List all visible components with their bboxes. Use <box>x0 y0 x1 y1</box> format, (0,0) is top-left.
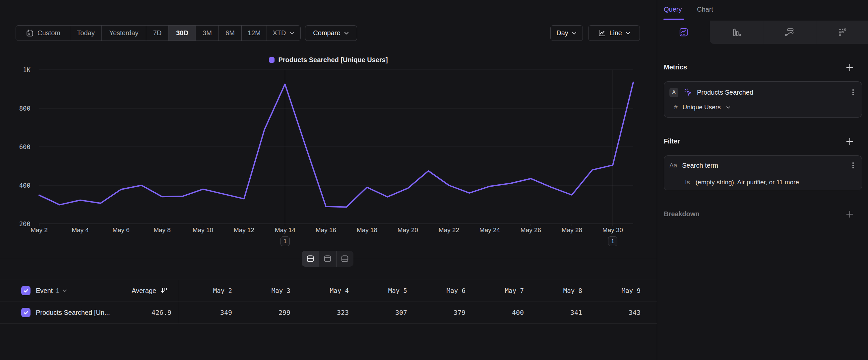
active-tab-indicator <box>663 19 684 20</box>
x-axis-label: May 18 <box>344 226 390 234</box>
cell-value: 349 <box>179 308 232 316</box>
x-axis-label: May 24 <box>466 226 513 234</box>
cell-value: 299 <box>238 308 290 316</box>
date-column-header[interactable]: May 5 <box>354 286 407 295</box>
chevron-down-icon <box>726 105 731 110</box>
metrics-heading: Metrics <box>664 63 687 71</box>
select-all-checkbox[interactable] <box>21 286 31 295</box>
cell-value: 379 <box>412 308 465 316</box>
x-axis-label: May 6 <box>98 226 144 234</box>
filter-card[interactable]: Aa Search term Is (empty string), Air pu… <box>664 156 862 190</box>
view-toggle-group <box>302 251 353 267</box>
cell-value: 400 <box>471 308 524 316</box>
tab-chart[interactable]: Chart <box>697 6 713 13</box>
view-toggle-split-view[interactable] <box>302 251 319 267</box>
breakdown-heading: Breakdown <box>664 210 700 218</box>
filter-heading: Filter <box>664 138 680 145</box>
view-toggle-table-only[interactable] <box>336 251 353 267</box>
metric-name: Products Searched <box>697 89 753 96</box>
event-count: 1 <box>56 287 59 295</box>
date-column-header[interactable]: May 4 <box>296 286 349 295</box>
x-axis-label: May 20 <box>384 226 431 234</box>
add-filter-button[interactable] <box>845 137 854 146</box>
event-icon <box>684 88 693 97</box>
row-checkbox[interactable] <box>21 308 31 317</box>
x-axis-label: May 16 <box>303 226 349 234</box>
y-axis-label: 800 <box>7 105 31 112</box>
date-column-header[interactable]: May 8 <box>529 286 582 295</box>
series-name[interactable]: Products Searched [Un... <box>36 308 110 316</box>
x-axis-label: May 4 <box>57 226 103 234</box>
y-axis-label: 600 <box>7 143 31 150</box>
average-value: 426.9 <box>118 308 172 316</box>
metric-letter-badge: A <box>670 88 678 97</box>
x-axis-label: May 12 <box>221 226 267 234</box>
kebab-menu-icon[interactable] <box>849 161 857 169</box>
event-label: Event <box>36 287 53 295</box>
tab-retention[interactable] <box>816 21 868 44</box>
x-axis-label: May 22 <box>426 226 472 234</box>
x-axis-label: May 30 <box>589 226 636 234</box>
cell-value: 341 <box>529 308 582 316</box>
date-column-header[interactable]: May 9 <box>588 286 641 295</box>
date-column-header[interactable]: May 2 <box>179 286 232 295</box>
cell-value: 323 <box>296 308 349 316</box>
cell-value: 307 <box>354 308 407 316</box>
x-axis-label: May 2 <box>16 226 62 234</box>
measure-prefix: # <box>674 104 678 111</box>
y-axis-label: 1K <box>7 66 31 74</box>
tab-insights[interactable] <box>657 21 710 44</box>
x-axis-label: May 14 <box>262 226 308 234</box>
y-axis-label: 400 <box>7 182 31 189</box>
tab-flows[interactable] <box>763 21 816 44</box>
annotation-badge[interactable]: 1 <box>608 237 617 246</box>
tab-bar-chart[interactable] <box>710 21 763 44</box>
x-axis-label: May 10 <box>180 226 226 234</box>
line-chart[interactable] <box>0 0 657 259</box>
date-column-header[interactable]: May 3 <box>238 286 290 295</box>
filter-operator[interactable]: Is <box>685 179 690 186</box>
metric-card[interactable]: A Products Searched # Unique Users <box>664 81 862 117</box>
average-header[interactable]: Average <box>132 286 167 295</box>
measure-label[interactable]: Unique Users <box>683 104 721 111</box>
filter-value[interactable]: (empty string), Air purifier, or 11 more <box>695 179 799 186</box>
add-breakdown-button[interactable] <box>845 210 854 219</box>
query-panel: Query Chart Metrics <box>657 0 868 360</box>
view-toggle-chart-only[interactable] <box>319 251 336 267</box>
x-axis-label: May 8 <box>139 226 185 234</box>
annotation-badge[interactable]: 1 <box>280 237 290 246</box>
kebab-menu-icon[interactable] <box>849 88 857 96</box>
tab-query[interactable]: Query <box>664 6 682 13</box>
main-area: CustomTodayYesterday7D30D3M6M12MXTD Comp… <box>0 0 657 360</box>
property-type-icon: Aa <box>670 162 677 169</box>
filter-property-name: Search term <box>682 162 718 169</box>
date-column-header[interactable]: May 6 <box>412 286 465 295</box>
add-metric-button[interactable] <box>845 63 854 72</box>
x-axis-label: May 26 <box>507 226 554 234</box>
date-column-header[interactable]: May 7 <box>471 286 524 295</box>
event-header[interactable]: Event1 <box>36 286 67 295</box>
sort-descending-icon <box>160 287 167 294</box>
chevron-down-icon <box>62 288 67 293</box>
cell-value: 343 <box>588 308 641 316</box>
x-axis-label: May 28 <box>549 226 595 234</box>
